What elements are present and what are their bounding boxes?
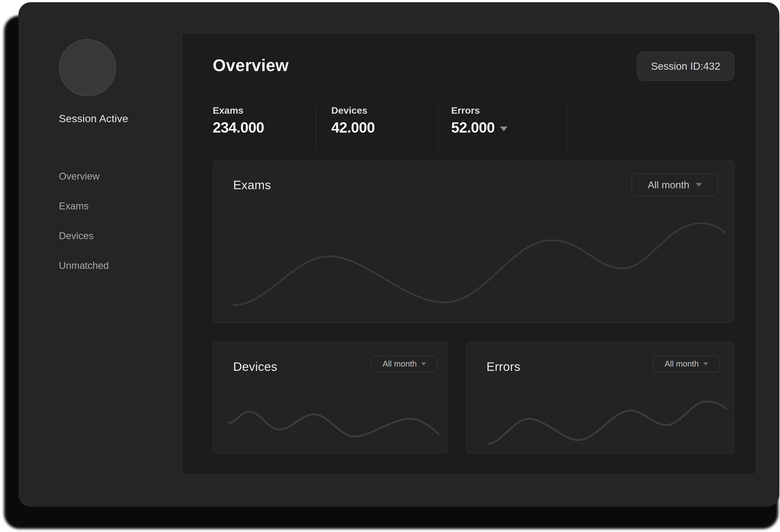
devices-filter-label: All month <box>383 359 417 369</box>
stat-label: Exams <box>213 105 316 116</box>
sidebar-item-devices[interactable]: Devices <box>59 231 109 241</box>
sidebar-item-overview[interactable]: Overview <box>59 172 109 181</box>
caret-down-icon <box>696 183 702 187</box>
exams-filter-dropdown[interactable]: All month <box>632 174 718 196</box>
stat-exams: Exams 234.000 <box>213 105 316 149</box>
errors-card: Errors All month <box>466 342 735 453</box>
session-status-label: Session Active <box>59 112 128 125</box>
app-window: Session Active Overview Exams Devices Un… <box>18 2 779 507</box>
stat-value: 42.000 <box>331 119 438 136</box>
session-id-badge: Session ID:432 <box>637 51 734 81</box>
page-title: Overview <box>213 55 289 75</box>
stat-label: Errors <box>451 105 567 116</box>
stat-label: Devices <box>331 105 438 116</box>
stat-value: 234.000 <box>213 119 316 136</box>
caret-down-icon <box>421 362 426 366</box>
exams-filter-label: All month <box>648 179 689 191</box>
devices-chart-line <box>229 412 439 437</box>
exams-chart-line <box>234 223 725 305</box>
overview-panel: Overview Session ID:432 Exams 234.000 De… <box>182 33 757 475</box>
exams-line-chart <box>223 212 729 323</box>
errors-filter-dropdown[interactable]: All month <box>653 355 720 372</box>
errors-card-title: Errors <box>486 359 521 374</box>
stat-errors: Errors 52.000 <box>439 105 567 149</box>
exams-card: Exams All month <box>213 160 735 323</box>
stat-value: 52.000 <box>451 119 567 136</box>
sidebar-item-exams[interactable]: Exams <box>59 201 109 211</box>
page: Session Active Overview Exams Devices Un… <box>0 0 780 532</box>
caret-down-icon <box>703 362 708 366</box>
devices-filter-dropdown[interactable]: All month <box>371 355 438 372</box>
exams-card-title: Exams <box>233 178 271 192</box>
sidebar-item-unmatched[interactable]: Unmatched <box>59 261 109 271</box>
devices-line-chart <box>227 398 443 447</box>
errors-line-chart <box>481 394 729 447</box>
stats-row: Exams 234.000 Devices 42.000 Errors 52.0… <box>213 105 567 149</box>
devices-card: Devices All month <box>213 342 448 453</box>
stat-value-text: 52.000 <box>451 119 495 136</box>
errors-filter-label: All month <box>665 359 699 369</box>
caret-down-icon[interactable] <box>500 127 507 131</box>
avatar <box>59 39 116 96</box>
devices-card-title: Devices <box>233 359 277 374</box>
errors-chart-line <box>488 401 727 444</box>
sidebar-nav: Overview Exams Devices Unmatched <box>59 172 109 290</box>
stat-devices: Devices 42.000 <box>316 105 439 149</box>
